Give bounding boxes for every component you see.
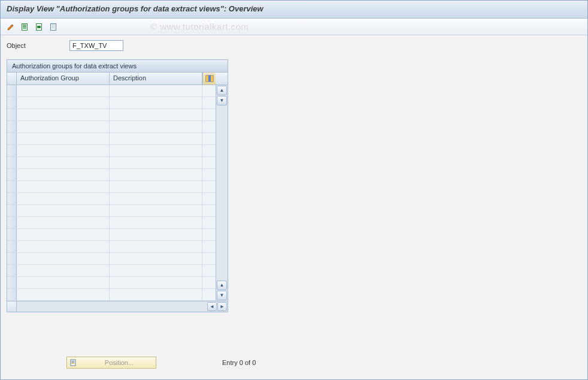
- cell-auth-group[interactable]: [17, 289, 110, 300]
- column-header-description[interactable]: Description: [110, 73, 202, 85]
- cell-description[interactable]: [110, 169, 202, 180]
- table-row[interactable]: [7, 193, 216, 205]
- table-settings-button[interactable]: [202, 73, 216, 85]
- table-row[interactable]: [7, 121, 216, 133]
- row-selector[interactable]: [7, 109, 17, 120]
- cell-auth-group[interactable]: [17, 169, 110, 180]
- svg-rect-15: [72, 361, 75, 361]
- cell-description[interactable]: [110, 181, 202, 192]
- cell-description[interactable]: [110, 277, 202, 288]
- row-selector[interactable]: [7, 217, 17, 228]
- row-selector[interactable]: [7, 133, 17, 144]
- entry-counter: Entry 0 of 0: [222, 359, 256, 366]
- table-row[interactable]: [7, 205, 216, 217]
- cell-description[interactable]: [110, 85, 202, 96]
- scroll-up-button-2[interactable]: ▼: [217, 96, 227, 105]
- row-selector[interactable]: [7, 145, 17, 156]
- scroll-up-button[interactable]: ▲: [217, 86, 227, 95]
- vertical-scrollbar[interactable]: ▲ ▼ ▲ ▼: [216, 85, 228, 301]
- cell-auth-group[interactable]: [17, 265, 110, 276]
- row-selector[interactable]: [7, 169, 17, 180]
- table-row[interactable]: [7, 229, 216, 241]
- scroll-left-button[interactable]: ◄: [207, 302, 217, 311]
- cell-auth-group[interactable]: [17, 217, 110, 228]
- cell-description[interactable]: [110, 289, 202, 300]
- table-row[interactable]: [7, 169, 216, 181]
- cell-description[interactable]: [110, 133, 202, 144]
- row-selector[interactable]: [7, 265, 17, 276]
- row-selector[interactable]: [7, 97, 17, 108]
- row-selector[interactable]: [7, 157, 17, 168]
- cell-description[interactable]: [110, 97, 202, 108]
- cell-auth-group[interactable]: [17, 277, 110, 288]
- cell-description[interactable]: [110, 217, 202, 228]
- window-title: Display View "Authorization groups for d…: [7, 4, 263, 13]
- svg-rect-16: [72, 362, 75, 363]
- table-row[interactable]: [7, 265, 216, 277]
- row-selector[interactable]: [7, 241, 17, 252]
- select-all-button[interactable]: [19, 21, 32, 33]
- table-row[interactable]: [7, 85, 216, 97]
- window-titlebar: Display View "Authorization groups for d…: [1, 1, 587, 19]
- cell-description[interactable]: [110, 121, 202, 132]
- cell-auth-group[interactable]: [17, 253, 110, 264]
- cell-description[interactable]: [110, 145, 202, 156]
- cell-auth-group[interactable]: [17, 193, 110, 204]
- cell-description[interactable]: [110, 229, 202, 240]
- row-selector[interactable]: [7, 229, 17, 240]
- watermark-text: © www.tutorialkart.com: [150, 22, 249, 32]
- cell-description[interactable]: [110, 205, 202, 216]
- cell-auth-group[interactable]: [17, 181, 110, 192]
- cell-description[interactable]: [110, 265, 202, 276]
- table-row[interactable]: [7, 253, 216, 265]
- svg-rect-1: [23, 25, 26, 26]
- pencil-icon: [7, 23, 15, 31]
- cell-auth-group[interactable]: [17, 145, 110, 156]
- column-header-auth-group[interactable]: Authorization Group: [17, 73, 110, 85]
- cell-auth-group[interactable]: [17, 241, 110, 252]
- cell-auth-group[interactable]: [17, 85, 110, 96]
- table-row[interactable]: [7, 241, 216, 253]
- table-row[interactable]: [7, 97, 216, 109]
- table-row[interactable]: [7, 181, 216, 193]
- row-selector[interactable]: [7, 253, 17, 264]
- table-body: [7, 85, 216, 301]
- cell-description[interactable]: [110, 193, 202, 204]
- row-selector[interactable]: [7, 85, 17, 96]
- row-selector[interactable]: [7, 193, 17, 204]
- table-row[interactable]: [7, 145, 216, 157]
- table-row[interactable]: [7, 133, 216, 145]
- scroll-right-button[interactable]: ►: [217, 302, 227, 311]
- cell-auth-group[interactable]: [17, 121, 110, 132]
- row-selector[interactable]: [7, 181, 17, 192]
- scroll-down-button[interactable]: ▼: [217, 291, 227, 300]
- table-row[interactable]: [7, 217, 216, 229]
- table-row[interactable]: [7, 289, 216, 301]
- deselect-all-button[interactable]: [47, 21, 60, 33]
- cell-description[interactable]: [110, 109, 202, 120]
- cell-auth-group[interactable]: [17, 97, 110, 108]
- cell-auth-group[interactable]: [17, 133, 110, 144]
- row-selector[interactable]: [7, 289, 17, 300]
- change-display-button[interactable]: [4, 21, 17, 33]
- object-input[interactable]: [69, 40, 123, 51]
- horizontal-scrollbar[interactable]: ◄ ►: [7, 301, 228, 312]
- position-button[interactable]: Position...: [66, 357, 156, 369]
- cell-description[interactable]: [110, 241, 202, 252]
- table-row[interactable]: [7, 277, 216, 289]
- row-selector[interactable]: [7, 277, 17, 288]
- cell-auth-group[interactable]: [17, 109, 110, 120]
- table-row[interactable]: [7, 109, 216, 121]
- hscroll-track[interactable]: ◄ ►: [119, 301, 228, 312]
- select-block-button[interactable]: [33, 21, 46, 33]
- row-selector[interactable]: [7, 205, 17, 216]
- scroll-down-button-2[interactable]: ▲: [217, 281, 227, 290]
- select-column-header[interactable]: [7, 73, 17, 85]
- cell-auth-group[interactable]: [17, 205, 110, 216]
- table-row[interactable]: [7, 157, 216, 169]
- row-selector[interactable]: [7, 121, 17, 132]
- cell-auth-group[interactable]: [17, 157, 110, 168]
- cell-description[interactable]: [110, 157, 202, 168]
- cell-description[interactable]: [110, 253, 202, 264]
- cell-auth-group[interactable]: [17, 229, 110, 240]
